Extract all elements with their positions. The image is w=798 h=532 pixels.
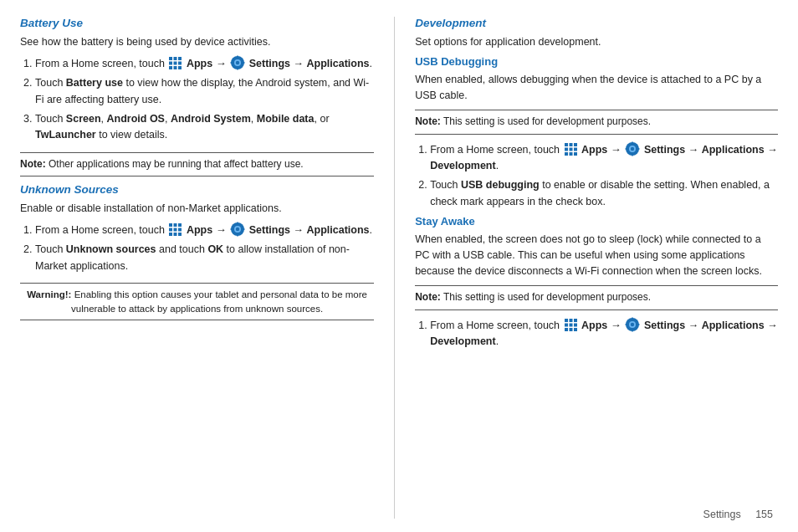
apps-icon	[168, 56, 182, 70]
svg-rect-28	[237, 223, 238, 225]
unknown-sources-section: Unknown Sources Enable or disable instal…	[20, 183, 374, 274]
battery-step-3: Touch Screen, Android OS, Android System…	[35, 111, 374, 144]
settings-icon-4	[625, 317, 640, 332]
footer-label: Settings	[703, 509, 741, 520]
svg-rect-52	[569, 323, 572, 326]
svg-rect-33	[569, 143, 572, 146]
svg-rect-61	[632, 330, 634, 332]
svg-rect-4	[174, 61, 177, 64]
usb-note: Note: This setting is used for developme…	[415, 110, 778, 134]
svg-rect-50	[574, 319, 577, 322]
usb-debugging-desc: When enabled, allows debugging when the …	[415, 72, 778, 104]
battery-step-2: Touch Battery use to view how the displa…	[35, 75, 374, 108]
page-footer: Settings 155	[703, 509, 773, 520]
svg-rect-36	[569, 147, 572, 151]
svg-rect-37	[574, 147, 577, 151]
settings-label-1: Settings	[249, 58, 290, 69]
svg-rect-17	[174, 223, 177, 227]
page-number: 155	[755, 509, 773, 520]
svg-rect-51	[565, 323, 568, 326]
right-column: Development Set options for application …	[395, 17, 778, 519]
svg-rect-24	[178, 233, 182, 236]
svg-rect-32	[565, 143, 568, 146]
apps-label-2: Apps	[187, 224, 212, 236]
svg-rect-13	[237, 68, 238, 70]
svg-rect-18	[178, 223, 182, 227]
svg-rect-31	[243, 229, 245, 231]
arrow-1: →	[216, 57, 230, 69]
svg-rect-0	[169, 57, 172, 60]
apps-icon-3	[564, 142, 578, 156]
apps-icon-2	[168, 223, 182, 237]
svg-rect-45	[632, 154, 634, 156]
svg-rect-47	[637, 149, 640, 151]
unknown-step-2: Touch Unknown sources and touch OK to al…	[35, 242, 374, 274]
settings-label-2: Settings	[249, 224, 290, 236]
svg-rect-8	[178, 66, 182, 69]
unknown-sources-title: Unknown Sources	[20, 183, 374, 196]
development-title: Development	[415, 17, 778, 29]
development-section: Development Set options for application …	[415, 17, 778, 350]
svg-rect-3	[169, 61, 172, 64]
stay-awake-steps: From a Home screen, touch Apps →	[430, 317, 778, 350]
svg-rect-54	[565, 328, 568, 331]
svg-point-59	[631, 323, 634, 326]
svg-rect-12	[237, 56, 238, 59]
svg-rect-20	[174, 228, 177, 231]
unknown-step-1: From a Home screen, touch Apps →	[35, 222, 374, 238]
svg-rect-44	[632, 142, 634, 145]
svg-rect-1	[174, 57, 177, 60]
svg-point-43	[631, 147, 634, 151]
usb-step-1: From a Home screen, touch Apps →	[430, 141, 778, 175]
settings-icon-1	[230, 55, 245, 70]
svg-rect-49	[569, 319, 572, 322]
usb-debugging-title: USB Debugging	[415, 55, 778, 68]
development-intro: Set options for application development.	[415, 34, 778, 50]
us-step1-text-before: From a Home screen, touch	[35, 224, 165, 236]
svg-rect-7	[174, 66, 177, 69]
stay-awake-desc: When enabled, the screen does not go to …	[415, 232, 778, 279]
svg-rect-21	[178, 228, 182, 231]
svg-rect-29	[237, 234, 238, 237]
apps-label-1: Apps	[187, 58, 212, 69]
settings-icon-2	[230, 222, 245, 237]
svg-rect-40	[574, 152, 577, 156]
svg-rect-22	[169, 233, 172, 236]
svg-rect-46	[626, 149, 628, 151]
warning-box: Warning!: Enabling this option causes yo…	[20, 283, 374, 320]
svg-point-11	[236, 61, 239, 64]
step1-text-after: → Applications.	[294, 58, 372, 69]
step1-text-before: From a Home screen, touch	[35, 58, 165, 69]
battery-use-section: Battery Use See how the battery is being…	[20, 17, 374, 144]
battery-step-1: From a Home screen, touch Apps	[35, 55, 374, 72]
apps-icon-4	[564, 318, 578, 332]
svg-rect-19	[169, 228, 172, 231]
svg-rect-62	[626, 325, 628, 326]
stay-awake-title: Stay Awake	[415, 215, 778, 228]
battery-use-title: Battery Use	[20, 17, 374, 29]
svg-rect-23	[174, 233, 177, 236]
svg-rect-60	[632, 318, 634, 320]
svg-rect-48	[565, 319, 568, 322]
settings-icon-3	[625, 141, 640, 156]
svg-rect-14	[231, 63, 233, 64]
unknown-sources-steps: From a Home screen, touch Apps →	[35, 222, 374, 274]
svg-rect-53	[574, 323, 577, 326]
battery-note: Note: Other applications may be running …	[20, 152, 374, 176]
usb-steps: From a Home screen, touch Apps →	[430, 141, 778, 211]
svg-rect-16	[169, 223, 172, 227]
stay-awake-step-1: From a Home screen, touch Apps →	[430, 317, 778, 350]
svg-rect-2	[178, 57, 182, 60]
svg-rect-30	[231, 229, 233, 231]
battery-use-steps: From a Home screen, touch Apps	[35, 55, 374, 144]
svg-rect-35	[565, 147, 568, 151]
svg-rect-55	[569, 328, 572, 331]
left-column: Battery Use See how the battery is being…	[20, 17, 395, 519]
svg-rect-34	[574, 143, 577, 146]
battery-use-intro: See how the battery is being used by dev…	[20, 34, 374, 50]
svg-point-27	[236, 228, 239, 231]
svg-rect-6	[169, 66, 172, 69]
svg-rect-39	[569, 152, 572, 156]
usb-step-2: Touch USB debugging to enable or disable…	[430, 177, 778, 210]
svg-rect-56	[574, 328, 577, 331]
